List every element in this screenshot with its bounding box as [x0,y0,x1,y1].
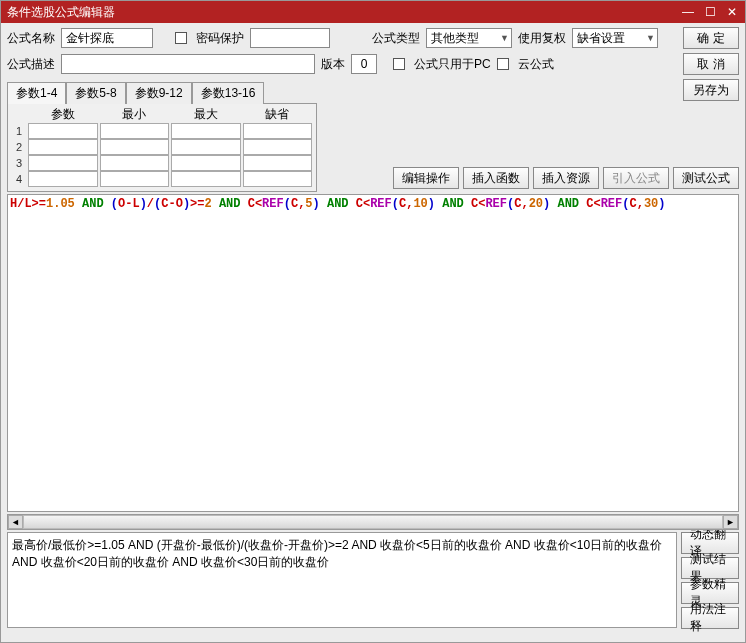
password-input[interactable] [250,28,330,48]
param-tabs: 参数1-4 参数5-8 参数9-12 参数13-16 [7,81,317,103]
param-row: 3 [12,155,312,171]
formula-name-label: 公式名称 [7,30,55,47]
formula-type-label: 公式类型 [372,30,420,47]
formula-desc-label: 公式描述 [7,56,55,73]
tab-params-9-12[interactable]: 参数9-12 [126,82,192,104]
param-cell[interactable] [100,155,170,171]
formula-type-value: 其他类型 [431,30,479,47]
titlebar: 条件选股公式编辑器 — ☐ ✕ [1,1,745,23]
chevron-down-icon: ▼ [646,33,655,43]
param-cell[interactable] [171,155,241,171]
window-title: 条件选股公式编辑器 [7,4,115,21]
version-input[interactable] [351,54,377,74]
col-min: 最小 [100,106,170,123]
param-cell[interactable] [243,123,313,139]
formula-type-select[interactable]: 其他类型 ▼ [426,28,512,48]
fuquan-label: 使用复权 [518,30,566,47]
fuquan-value: 缺省设置 [577,30,625,47]
param-cell[interactable] [100,171,170,187]
chevron-down-icon: ▼ [500,33,509,43]
param-cell[interactable] [100,139,170,155]
edit-operation-button[interactable]: 编辑操作 [393,167,459,189]
save-as-button[interactable]: 另存为 [683,79,739,101]
insert-function-button[interactable]: 插入函数 [463,167,529,189]
maximize-icon[interactable]: ☐ [703,5,717,19]
param-row: 4 [12,171,312,187]
version-label: 版本 [321,56,345,73]
ok-button[interactable]: 确 定 [683,27,739,49]
import-formula-button[interactable]: 引入公式 [603,167,669,189]
scroll-right-icon[interactable]: ► [723,515,738,529]
param-cell[interactable] [243,139,313,155]
minimize-icon[interactable]: — [681,5,695,19]
param-cell[interactable] [100,123,170,139]
close-icon[interactable]: ✕ [725,5,739,19]
tab-params-5-8[interactable]: 参数5-8 [66,82,125,104]
col-param: 参数 [28,106,98,123]
param-table: 参数 最小 最大 缺省 1 2 3 [7,103,317,192]
formula-name-input[interactable] [61,28,153,48]
formula-code-editor[interactable]: H/L>=1.05 AND (O-L)/(C-O)>=2 AND C<REF(C… [7,194,739,512]
param-row: 1 [12,123,312,139]
fuquan-select[interactable]: 缺省设置 ▼ [572,28,658,48]
pc-only-checkbox[interactable] [393,58,405,70]
translation-panel: 最高价/最低价>=1.05 AND (开盘价-最低价)/(收盘价-开盘价)>=2… [7,532,677,628]
param-cell[interactable] [28,139,98,155]
usage-note-button[interactable]: 用法注释 [681,607,739,629]
insert-resource-button[interactable]: 插入资源 [533,167,599,189]
password-protect-checkbox[interactable] [175,32,187,44]
param-cell[interactable] [171,139,241,155]
pc-only-label: 公式只用于PC [414,56,491,73]
param-cell[interactable] [243,171,313,187]
test-formula-button[interactable]: 测试公式 [673,167,739,189]
password-protect-label: 密码保护 [196,30,244,47]
param-cell[interactable] [171,171,241,187]
cloud-checkbox[interactable] [497,58,509,70]
param-cell[interactable] [28,171,98,187]
formula-desc-input[interactable] [61,54,315,74]
tab-params-1-4[interactable]: 参数1-4 [7,82,66,104]
tab-params-13-16[interactable]: 参数13-16 [192,82,265,104]
param-cell[interactable] [28,155,98,171]
param-cell[interactable] [171,123,241,139]
window-controls: — ☐ ✕ [681,5,739,19]
param-cell[interactable] [243,155,313,171]
param-row: 2 [12,139,312,155]
cancel-button[interactable]: 取 消 [683,53,739,75]
horizontal-scrollbar[interactable]: ◄ ► [7,514,739,530]
scroll-left-icon[interactable]: ◄ [8,515,23,529]
cloud-label: 云公式 [518,56,554,73]
col-max: 最大 [171,106,241,123]
param-cell[interactable] [28,123,98,139]
col-default: 缺省 [243,106,313,123]
